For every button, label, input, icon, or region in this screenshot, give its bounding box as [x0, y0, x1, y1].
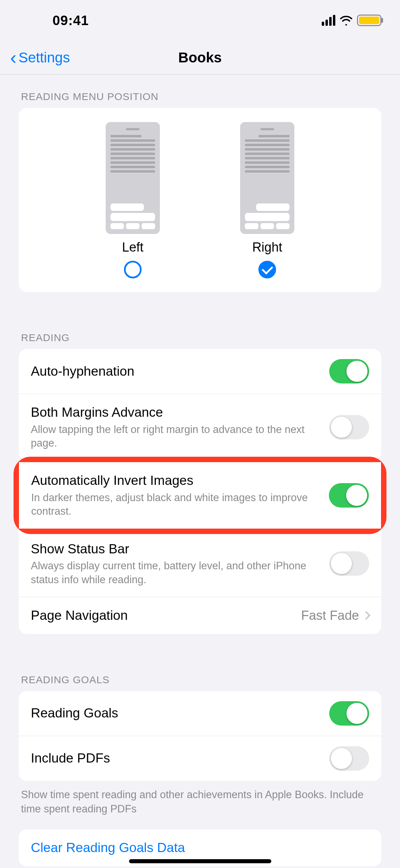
home-indicator[interactable]: [129, 859, 271, 863]
cell-page-navigation[interactable]: Page Navigation Fast Fade: [19, 597, 381, 634]
invert-images-label: Automatically Invert Images: [31, 472, 322, 489]
reading-goals-label: Reading Goals: [31, 705, 322, 722]
section-header-menu-position: READING MENU POSITION: [0, 75, 400, 108]
include-pdfs-toggle[interactable]: [329, 746, 369, 771]
group-menu-position: Left Right: [19, 108, 381, 292]
auto-hyphenation-label: Auto-hyphenation: [31, 363, 322, 380]
page-title: Books: [178, 50, 222, 66]
both-margins-sub: Allow tapping the left or right margin t…: [31, 423, 322, 450]
status-bar-label: Show Status Bar: [31, 541, 322, 557]
back-label: Settings: [19, 50, 70, 66]
status-bar: 09:41: [0, 0, 400, 41]
menu-position-left-radio[interactable]: [124, 261, 142, 278]
goals-footer: Show time spent reading and other achiev…: [0, 781, 400, 816]
cell-status-bar: Show Status Bar Always display current t…: [19, 531, 381, 597]
cell-reading-goals: Reading Goals: [19, 691, 381, 736]
group-reading: Auto-hyphenation Both Margins Advance Al…: [19, 349, 381, 460]
wifi-icon: [339, 15, 353, 25]
chevron-left-icon: ‹: [10, 53, 17, 62]
navigation-bar: ‹ Settings Books: [0, 41, 400, 75]
status-bar-sub: Always display current time, battery lev…: [31, 559, 322, 587]
status-bar-toggle[interactable]: [329, 551, 369, 576]
cell-both-margins: Both Margins Advance Allow tapping the l…: [19, 394, 381, 460]
auto-hyphenation-toggle[interactable]: [329, 359, 369, 383]
invert-images-sub: In darker themes, adjust black and white…: [31, 491, 322, 518]
page-navigation-value: Fast Fade: [301, 608, 359, 623]
menu-position-left-preview: [106, 122, 160, 234]
cell-include-pdfs: Include PDFs: [19, 736, 381, 781]
menu-position-right-option[interactable]: Right: [240, 122, 294, 278]
section-header-goals: READING GOALS: [0, 658, 400, 691]
include-pdfs-label: Include PDFs: [31, 750, 322, 767]
reading-goals-toggle[interactable]: [329, 701, 369, 726]
battery-icon: [357, 15, 381, 26]
chevron-right-icon: [362, 611, 370, 620]
highlight-annotation: Automatically Invert Images In darker th…: [14, 457, 386, 534]
status-indicators: [322, 15, 381, 26]
back-button[interactable]: ‹ Settings: [10, 50, 70, 66]
status-time: 09:41: [52, 13, 89, 28]
group-goals: Reading Goals Include PDFs: [19, 691, 381, 781]
both-margins-label: Both Margins Advance: [31, 404, 322, 421]
menu-position-right-label: Right: [252, 240, 282, 255]
group-reading-continued: Show Status Bar Always display current t…: [19, 531, 381, 634]
invert-images-toggle[interactable]: [329, 483, 369, 508]
section-header-reading: READING: [0, 316, 400, 349]
menu-position-right-preview: [240, 122, 294, 234]
cell-invert-images: Automatically Invert Images In darker th…: [19, 462, 381, 528]
menu-position-right-radio[interactable]: [258, 261, 276, 278]
cellular-signal-icon: [322, 15, 335, 26]
menu-position-left-option[interactable]: Left: [106, 122, 160, 278]
clear-footer: Time spent reading and reading streak da…: [0, 866, 400, 868]
menu-position-left-label: Left: [122, 240, 143, 255]
page-navigation-label: Page Navigation: [31, 607, 294, 624]
clear-reading-goals-label: Clear Reading Goals Data: [31, 840, 362, 856]
cell-auto-hyphenation: Auto-hyphenation: [19, 349, 381, 394]
both-margins-toggle[interactable]: [329, 415, 369, 439]
